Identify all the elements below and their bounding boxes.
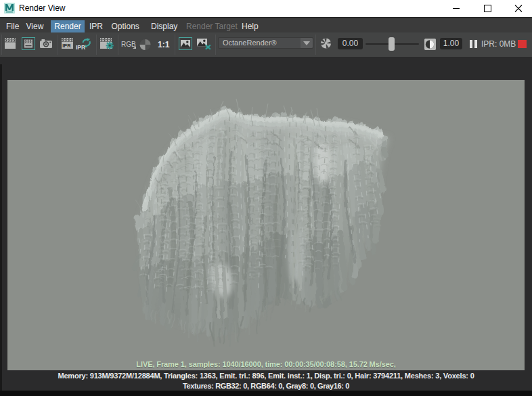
svg-text:IPR: IPR	[62, 43, 71, 49]
svg-text:IPR: IPR	[76, 44, 85, 50]
